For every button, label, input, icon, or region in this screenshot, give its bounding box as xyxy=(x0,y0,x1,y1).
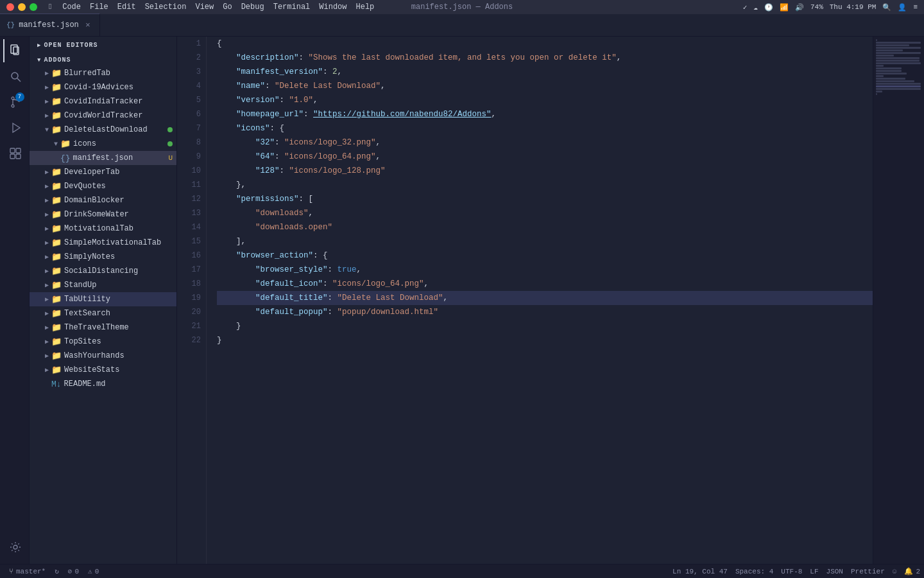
git-branch-status[interactable]: ⑂ master* xyxy=(5,565,49,579)
sidebar-tree-item-tabutility[interactable]: ▶📁TabUtility xyxy=(30,292,176,306)
tree-arrow: ▶ xyxy=(42,225,51,232)
warnings-status[interactable]: ⚠ 0 xyxy=(84,565,103,579)
settings-activity-icon[interactable] xyxy=(3,536,26,559)
tree-arrow: ▶ xyxy=(42,98,51,105)
line-number-10: 10 xyxy=(177,164,201,178)
menu-view[interactable]: View xyxy=(195,3,214,12)
language-status[interactable]: JSON xyxy=(823,565,847,579)
sidebar-tree-item-deletelastdownload[interactable]: ▼📁DeleteLastDownload xyxy=(30,123,176,137)
source-control-activity-icon[interactable]: 7 xyxy=(3,91,26,114)
sidebar-tree-item-textsearch[interactable]: ▶📁TextSearch xyxy=(30,306,176,320)
clock-icon: 🕐 xyxy=(764,3,773,12)
tree-item-label: DevQuotes xyxy=(64,182,106,191)
code-line-2: "description": "Shows the last downloade… xyxy=(217,51,873,65)
tab-manifest-json[interactable]: {} manifest.json × xyxy=(0,13,100,36)
modified-marker: U xyxy=(168,154,173,162)
eol-status[interactable]: LF xyxy=(806,565,822,579)
sidebar-tree-item-topsites[interactable]: ▶📁TopSites xyxy=(30,335,176,349)
sidebar-tree-item-covidindiatracker[interactable]: ▶📁CovidIndiaTracker xyxy=(30,94,176,109)
menu-help[interactable]: Help xyxy=(356,3,375,12)
sidebar-tree-item-standup[interactable]: ▶📁StandUp xyxy=(30,278,176,292)
tab-close-button[interactable]: × xyxy=(83,20,93,30)
cursor-position[interactable]: Ln 19, Col 47 xyxy=(669,565,732,579)
indentation-status[interactable]: Spaces: 4 xyxy=(732,565,777,579)
sidebar-tree-item-domainblocker[interactable]: ▶📁DomainBlocker xyxy=(30,193,176,207)
tree-arrow: ▶ xyxy=(42,69,51,77)
tree-arrow: ▶ xyxy=(42,338,51,346)
formatter-status[interactable]: Prettier xyxy=(847,565,889,579)
code-line-22: } xyxy=(217,333,873,347)
notification-status[interactable]: 🔔 2 xyxy=(900,565,924,579)
svg-rect-0 xyxy=(11,45,17,53)
sidebar-tree-item-washyourhands[interactable]: ▶📁WashYourhands xyxy=(30,349,176,363)
menu-edit[interactable]: Edit xyxy=(117,3,136,12)
open-editors-header[interactable]: ▶ OPEN EDITORS xyxy=(30,37,176,51)
tree-arrow: ▶ xyxy=(42,366,51,374)
sidebar-tree-item-motivationaltab[interactable]: ▶📁MotivationalTab xyxy=(30,222,176,236)
sidebar-tree-item-covid19advices[interactable]: ▶📁Covid-19Advices xyxy=(30,80,176,94)
encoding-label: UTF-8 xyxy=(781,568,802,575)
tree-arrow: ▶ xyxy=(42,324,51,331)
folder-icon: 📁 xyxy=(51,223,62,234)
sidebar-tree-item-covidworldtracker[interactable]: ▶📁CovidWorldTracker xyxy=(30,109,176,123)
menu-terminal[interactable]: Terminal xyxy=(273,3,311,12)
sidebar-tree-item-socialdistancing[interactable]: ▶📁SocialDistancing xyxy=(30,264,176,278)
maximize-button[interactable] xyxy=(30,3,37,11)
sidebar-tree-item-blurredtab[interactable]: ▶📁BlurredTab xyxy=(30,66,176,80)
close-button[interactable] xyxy=(6,3,14,11)
menu-code[interactable]: Code xyxy=(62,3,81,12)
addons-arrow: ▼ xyxy=(37,57,41,64)
sidebar-tree-item-manifestjson[interactable]: {}manifest.jsonU xyxy=(30,151,176,165)
sidebar: ▶ OPEN EDITORS ▼ ADDONS ▶📁BlurredTab▶📁Co… xyxy=(30,37,177,564)
sidebar-tree-item-drinksomewater[interactable]: ▶📁DrinkSomeWater xyxy=(30,207,176,222)
sidebar-tree-item-developertab[interactable]: ▶📁DeveloperTab xyxy=(30,165,176,179)
minimize-button[interactable] xyxy=(18,3,26,11)
sidebar-tree-item-simplemotivationaltab[interactable]: ▶📁SimpleMotivationalTab xyxy=(30,236,176,250)
tree-item-label: CovidWorldTracker xyxy=(64,111,142,120)
search-activity-icon[interactable] xyxy=(3,65,26,88)
line-number-9: 9 xyxy=(177,150,201,164)
feedback-status[interactable]: ☺ xyxy=(889,565,901,579)
tree-arrow: ▶ xyxy=(42,253,51,261)
code-line-12: "permissions": [ xyxy=(217,192,873,206)
tree-arrow: ▶ xyxy=(42,267,51,275)
sidebar-tree-item-readmemd[interactable]: M↓README.md xyxy=(30,377,176,391)
bell-icon: 🔔 xyxy=(904,567,913,575)
line-number-7: 7 xyxy=(177,121,201,136)
tree-arrow: ▶ xyxy=(42,197,51,204)
menu-selection[interactable]: Selection xyxy=(145,3,187,12)
sidebar-tree-item-websitestats[interactable]: ▶📁WebsiteStats xyxy=(30,363,176,377)
apple-menu[interactable]:  xyxy=(49,3,53,12)
debug-activity-icon[interactable] xyxy=(3,116,26,139)
sidebar-tree-item-simplynotes[interactable]: ▶📁SimplyNotes xyxy=(30,250,176,264)
sidebar-tree-item-icons[interactable]: ▼📁icons xyxy=(30,137,176,151)
tree-arrow: ▶ xyxy=(42,281,51,289)
extensions-activity-icon[interactable] xyxy=(3,142,26,165)
tree-arrow: ▶ xyxy=(42,295,51,303)
sidebar-tree-item-devquotes[interactable]: ▶📁DevQuotes xyxy=(30,179,176,193)
code-line-13: "downloads", xyxy=(217,206,873,220)
tree-arrow: ▶ xyxy=(42,211,51,218)
line-number-2: 2 xyxy=(177,51,201,65)
addons-header[interactable]: ▼ ADDONS xyxy=(30,51,176,66)
code-area[interactable]: { "description": "Shows the last downloa… xyxy=(207,37,873,564)
line-number-12: 12 xyxy=(177,192,201,206)
sidebar-tree-item-thetraveltheme[interactable]: ▶📁TheTravelTheme xyxy=(30,320,176,335)
sync-status[interactable]: ↻ xyxy=(51,565,63,579)
line-number-15: 15 xyxy=(177,234,201,249)
menu-file[interactable]: File xyxy=(90,3,108,12)
folder-icon: 📁 xyxy=(51,110,62,121)
tree-arrow: ▶ xyxy=(42,168,51,176)
menu-window[interactable]: Window xyxy=(319,3,346,12)
tree-arrow: ▶ xyxy=(42,83,51,91)
menu-go[interactable]: Go xyxy=(223,3,232,12)
addons-label: ADDONS xyxy=(44,57,71,64)
tree-item-label: DrinkSomeWater xyxy=(64,210,129,219)
svg-line-3 xyxy=(17,78,21,82)
encoding-status[interactable]: UTF-8 xyxy=(777,565,806,579)
menu-debug[interactable]: Debug xyxy=(241,3,264,12)
files-activity-icon[interactable] xyxy=(3,39,26,62)
search-system-icon[interactable]: 🔍 xyxy=(882,3,891,12)
modified-dot xyxy=(167,127,173,132)
errors-status[interactable]: ⊘ 0 xyxy=(64,565,83,579)
